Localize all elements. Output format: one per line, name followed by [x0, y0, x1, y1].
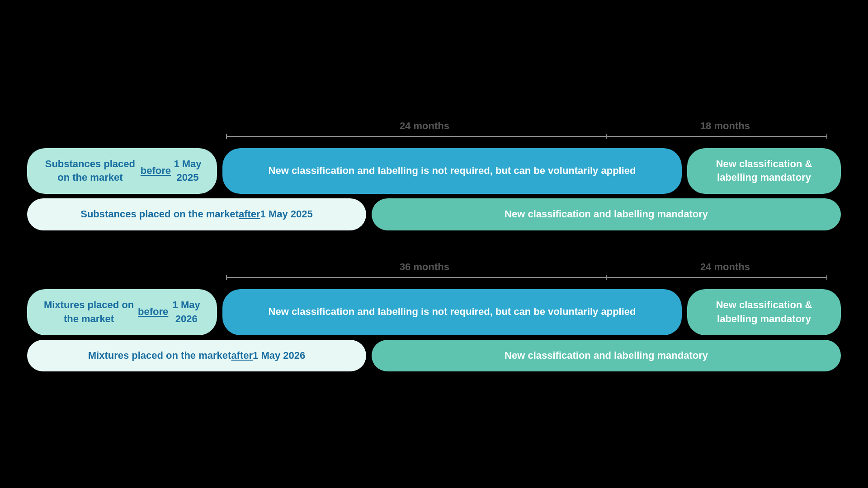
diagram-wrapper: 24 months 18 months Substances placed on… — [27, 117, 841, 372]
after-underline-2: after — [231, 349, 253, 363]
bar-tick-end-2 — [826, 275, 827, 280]
bar-line-2b — [607, 277, 826, 278]
before-underline-1: before — [141, 164, 171, 178]
pill-substances-before: Substances placed on the marketbefore 1 … — [27, 148, 217, 194]
pill-voluntary-2: New classification and labelling is not … — [222, 289, 682, 335]
bar-line-1a — [227, 136, 606, 137]
bar-tick-end — [826, 134, 827, 139]
timeline-bar-1 — [226, 134, 827, 139]
section-mixtures: 36 months 24 months Mixtures placed on t… — [27, 258, 841, 371]
row-mixtures-after: Mixtures placed on the market after 1 Ma… — [27, 340, 841, 372]
pill-mandatory-2: New classification & labelling mandatory — [687, 289, 841, 335]
timeline-bar-2 — [226, 275, 827, 280]
section-substances: 24 months 18 months Substances placed on… — [27, 117, 841, 230]
bar-line-2a — [227, 277, 606, 278]
after-underline-1: after — [239, 207, 260, 221]
pill-mandatory-after-1: New classification and labelling mandato… — [372, 198, 841, 230]
timeline-label-36: 36 months — [226, 261, 623, 273]
pill-mandatory-after-2: New classification and labelling mandato… — [372, 340, 841, 372]
timeline-label-24b: 24 months — [623, 261, 827, 273]
bar-line-1b — [607, 136, 826, 137]
timeline-header-2: 36 months 24 months — [226, 258, 841, 280]
timeline-label-18: 18 months — [623, 120, 827, 132]
row-substances-after: Substances placed on the market after 1 … — [27, 198, 841, 230]
timeline-header-1: 24 months 18 months — [226, 117, 841, 139]
pill-mandatory-1: New classification & labelling mandatory — [687, 148, 841, 194]
pill-mixtures-after: Mixtures placed on the market after 1 Ma… — [27, 340, 366, 372]
timeline-label-24: 24 months — [226, 120, 623, 132]
row-substances-before: Substances placed on the marketbefore 1 … — [27, 148, 841, 194]
timeline-labels-2: 36 months 24 months — [226, 261, 827, 273]
pill-mixtures-before: Mixtures placed on the marketbefore 1 Ma… — [27, 289, 217, 335]
row-mixtures-before: Mixtures placed on the marketbefore 1 Ma… — [27, 289, 841, 335]
pill-voluntary-1: New classification and labelling is not … — [222, 148, 682, 194]
before-underline-2: before — [138, 305, 168, 319]
pill-substances-after: Substances placed on the market after 1 … — [27, 198, 366, 230]
timeline-labels-1: 24 months 18 months — [226, 120, 827, 132]
